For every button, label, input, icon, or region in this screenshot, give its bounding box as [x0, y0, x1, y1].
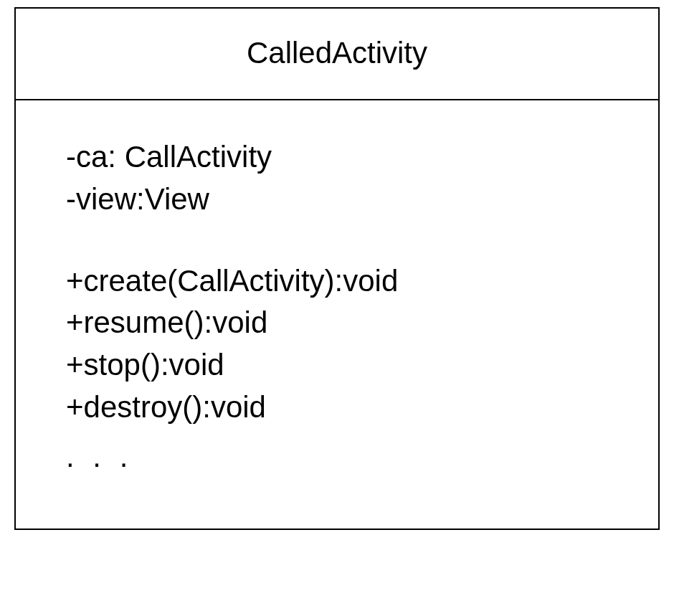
uml-class-body: -ca: CallActivity -view:View +create(Cal…: [16, 100, 658, 529]
uml-attribute: -view:View: [66, 179, 658, 221]
uml-attribute: -ca: CallActivity: [66, 136, 658, 179]
uml-ellipsis: . . .: [66, 429, 658, 478]
uml-method: +create(CallActivity):void: [66, 260, 658, 303]
uml-class-name: CalledActivity: [16, 36, 658, 70]
uml-class-header: CalledActivity: [16, 9, 658, 100]
uml-method: +destroy():void: [66, 387, 658, 429]
uml-method: +stop():void: [66, 344, 658, 387]
uml-section-spacer: [66, 221, 658, 260]
uml-class-box: CalledActivity -ca: CallActivity -view:V…: [14, 7, 660, 530]
uml-method: +resume():void: [66, 302, 658, 344]
